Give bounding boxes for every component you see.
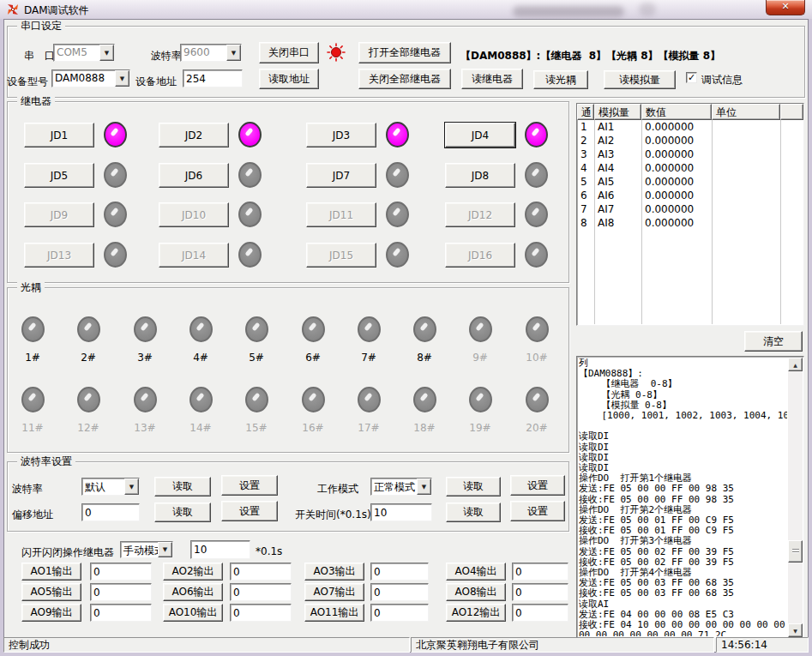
offset-address-field[interactable] [82, 504, 139, 521]
log-panel[interactable]: 列 【DAM0888】: 【继电器 0-8】 【光耦 0-8】 【模拟量 0-8… [576, 356, 804, 639]
relay-button-jd6[interactable]: JD6 [159, 163, 229, 188]
scroll-up-icon[interactable]: ▲ [788, 358, 803, 371]
scrollbar-thumb[interactable] [788, 540, 803, 563]
workmode-set-button[interactable]: 设置 [510, 475, 565, 496]
switch-time-read-button[interactable]: 读取 [446, 503, 501, 522]
ao-output-field-3[interactable] [371, 563, 428, 580]
table-row[interactable]: 7AI70.000000 [577, 202, 803, 216]
ao-output-button-10[interactable]: AO10输出 [163, 604, 223, 622]
chevron-down-icon[interactable]: ▼ [158, 542, 172, 557]
chevron-down-icon[interactable]: ▼ [226, 45, 241, 61]
table-row[interactable]: 5AI50.000000 [577, 175, 803, 189]
scroll-down-icon[interactable]: ▼ [788, 623, 803, 637]
ao-output-button-9[interactable]: AO9输出 [21, 604, 81, 622]
ao-output-button-7[interactable]: AO7输出 [304, 583, 364, 601]
ao-output-button-11[interactable]: AO11输出 [304, 604, 364, 622]
ao-output-button-2[interactable]: AO2输出 [163, 563, 223, 581]
analog-table-cell: AI7 [594, 202, 641, 216]
relay-button-jd8[interactable]: JD8 [445, 163, 515, 188]
offset-set-button[interactable]: 设置 [221, 501, 278, 521]
table-row[interactable]: 3AI30.000000 [577, 147, 803, 161]
ao-output-button-1[interactable]: AO1输出 [21, 563, 81, 581]
ao-output-button-6[interactable]: AO6输出 [163, 583, 223, 601]
workmode-read-button[interactable]: 读取 [446, 477, 501, 497]
relay-button-jd7[interactable]: JD7 [306, 163, 376, 188]
ao-output-field-7[interactable] [371, 584, 428, 600]
ao-output-field-6[interactable] [231, 584, 291, 600]
ao-output-field-4[interactable] [513, 563, 568, 580]
ao-output-field-12[interactable] [513, 605, 568, 621]
relay-button-jd5[interactable]: JD5 [24, 163, 94, 188]
relay-button-jd2[interactable]: JD2 [159, 123, 229, 147]
workmode-combo[interactable]: 正常模式 ▼ [370, 478, 432, 496]
log-text[interactable]: 列 【DAM0888】: 【继电器 0-8】 【光耦 0-8】 【模拟量 0-8… [579, 358, 787, 636]
log-scrollbar[interactable]: ▲ ▼ [788, 358, 803, 637]
relay-indicator-jd15-off [386, 242, 409, 268]
debug-info-checkbox[interactable]: ✓ [686, 72, 697, 83]
ao-output-field-2[interactable] [231, 563, 291, 580]
baud-read-button[interactable]: 读取 [154, 477, 211, 497]
chevron-down-icon[interactable]: ▼ [115, 70, 129, 87]
ao-output-field-11[interactable] [371, 605, 428, 621]
ao-output-field-1[interactable] [91, 563, 151, 580]
analog-table-header-cell[interactable]: 模拟量 [594, 104, 641, 120]
ao-output-field-wrap-2 [230, 563, 292, 581]
read-analog-button[interactable]: 读模拟量 [604, 70, 676, 89]
baudrate-combo[interactable]: 9600 ▼ [180, 44, 242, 62]
ao-output-button-4[interactable]: AO4输出 [446, 563, 506, 581]
flash-time-field-wrap [190, 540, 250, 559]
analog-table-cell [712, 134, 780, 147]
read-address-button[interactable]: 读取地址 [259, 69, 319, 89]
open-all-relays-button[interactable]: 打开全部继电器 [358, 42, 451, 63]
chevron-down-icon[interactable]: ▼ [99, 45, 114, 61]
table-row[interactable]: 8AI80.000000 [577, 216, 803, 230]
close-button[interactable]: ✕ [766, 0, 805, 15]
table-row[interactable]: 1AI10.000000 [577, 120, 803, 134]
clear-log-button[interactable]: 清空 [744, 331, 803, 352]
offset-read-button[interactable]: 读取 [154, 503, 211, 522]
ao-output-field-10[interactable] [231, 605, 291, 621]
table-row[interactable]: 2AI20.000000 [577, 134, 803, 147]
opto-indicator-12 [77, 387, 100, 412]
baud-setting-combo[interactable]: 默认 ▼ [81, 478, 140, 496]
ao-output-field-8[interactable] [513, 584, 568, 600]
titlebar: DAM调试软件 [0, 0, 812, 19]
opto-label-1: 1# [14, 352, 51, 364]
close-all-relays-button[interactable]: 关闭全部继电器 [358, 69, 451, 89]
read-opto-button[interactable]: 读光耦 [533, 70, 588, 89]
table-row[interactable]: 4AI40.000000 [577, 161, 803, 175]
relay-button-jd4[interactable]: JD4 [445, 123, 515, 147]
ao-output-field-9[interactable] [91, 605, 151, 621]
relay-button-jd3[interactable]: JD3 [306, 123, 376, 147]
opto-label-11: 11# [14, 422, 51, 434]
ao-output-button-12[interactable]: AO12输出 [446, 604, 506, 622]
ao-output-field-wrap-6 [230, 583, 292, 601]
relay-button-jd9: JD9 [24, 202, 94, 227]
flash-time-field[interactable] [191, 541, 250, 558]
baud-set-button[interactable]: 设置 [221, 475, 278, 496]
read-relays-button[interactable]: 读继电器 [461, 69, 523, 89]
analog-table-header-cell[interactable]: 数值 [641, 104, 712, 120]
relay-button-jd1[interactable]: JD1 [24, 123, 94, 147]
relay-indicator-jd13-off [104, 242, 127, 268]
analog-table-header-cell[interactable] [780, 104, 803, 120]
chevron-down-icon[interactable]: ▼ [417, 478, 431, 495]
ao-output-button-3[interactable]: AO3输出 [304, 563, 364, 581]
analog-table-cell [712, 147, 780, 161]
chevron-down-icon[interactable]: ▼ [124, 478, 139, 495]
ao-output-button-5[interactable]: AO5输出 [21, 583, 81, 601]
switch-time-set-button[interactable]: 设置 [510, 501, 565, 521]
switch-time-field[interactable] [371, 504, 431, 521]
close-port-button[interactable]: 关闭串口 [259, 42, 319, 63]
model-combo[interactable]: DAM0888 ▼ [51, 69, 130, 87]
device-address-field[interactable] [183, 70, 242, 87]
port-combo[interactable]: COM5 ▼ [53, 44, 115, 62]
analog-table-cell: AI4 [594, 161, 641, 175]
analog-table-header-cell[interactable]: 单位 [712, 104, 780, 120]
opto-indicator-1 [21, 316, 45, 342]
ao-output-field-5[interactable] [91, 584, 151, 600]
table-row[interactable]: 6AI60.000000 [577, 189, 803, 202]
ao-output-button-8[interactable]: AO8输出 [446, 583, 506, 601]
flash-mode-combo[interactable]: 手动模式 ▼ [120, 541, 173, 558]
analog-table-header-cell[interactable]: 通 [577, 104, 594, 120]
